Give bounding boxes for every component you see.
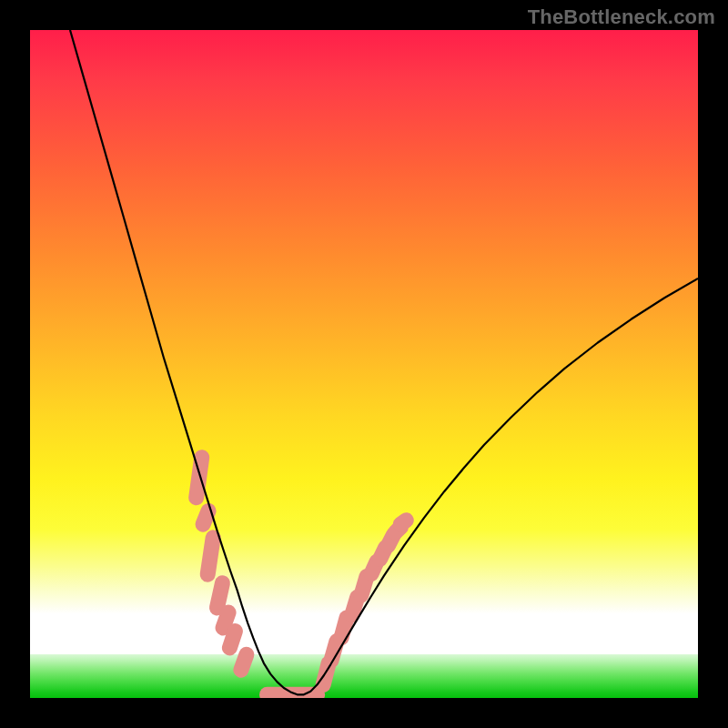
plot-area: [30, 30, 698, 698]
watermark-text: TheBottleneck.com: [528, 5, 715, 29]
bottleneck-curve: [70, 30, 698, 694]
marker-lozenge: [223, 612, 228, 628]
frame: TheBottleneck.com: [0, 0, 728, 728]
marker-lozenge: [203, 511, 208, 524]
marker-lozenge: [241, 654, 247, 670]
marker-lozenge: [400, 521, 406, 524]
marker-lozenge: [207, 538, 213, 574]
marker-lozenge: [341, 618, 347, 638]
chart-overlay: [30, 30, 698, 698]
marker-lozenges: [197, 458, 407, 685]
marker-lozenge: [229, 632, 235, 648]
marker-lozenge: [217, 583, 222, 608]
